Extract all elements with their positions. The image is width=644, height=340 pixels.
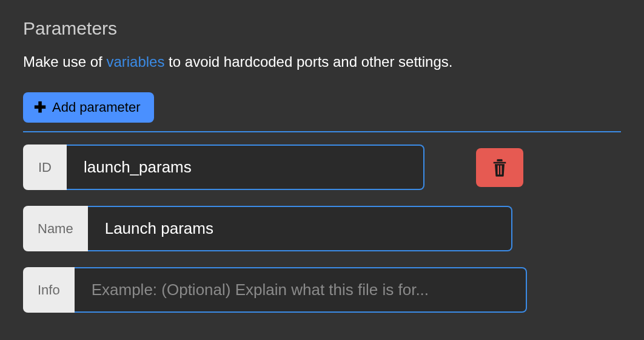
name-label: Name bbox=[23, 206, 88, 251]
info-row: Info bbox=[23, 267, 621, 313]
id-input[interactable] bbox=[67, 144, 424, 190]
add-parameter-label: Add parameter bbox=[52, 100, 141, 115]
help-text-pre: Make use of bbox=[23, 53, 106, 70]
variables-link[interactable]: variables bbox=[106, 53, 164, 70]
help-text-post: to avoid hardcoded ports and other setti… bbox=[164, 53, 452, 70]
plus-icon: ✚ bbox=[34, 100, 46, 115]
name-row: Name bbox=[23, 206, 621, 251]
info-label: Info bbox=[23, 267, 75, 313]
help-text: Make use of variables to avoid hardcoded… bbox=[23, 53, 621, 70]
trash-icon bbox=[491, 158, 508, 177]
name-input[interactable] bbox=[88, 206, 512, 251]
id-label: ID bbox=[23, 144, 67, 190]
divider bbox=[23, 131, 621, 132]
delete-button[interactable] bbox=[476, 148, 523, 187]
info-input[interactable] bbox=[75, 267, 527, 313]
id-row: ID bbox=[23, 144, 621, 190]
section-title: Parameters bbox=[23, 18, 621, 39]
add-parameter-button[interactable]: ✚ Add parameter bbox=[23, 92, 154, 123]
